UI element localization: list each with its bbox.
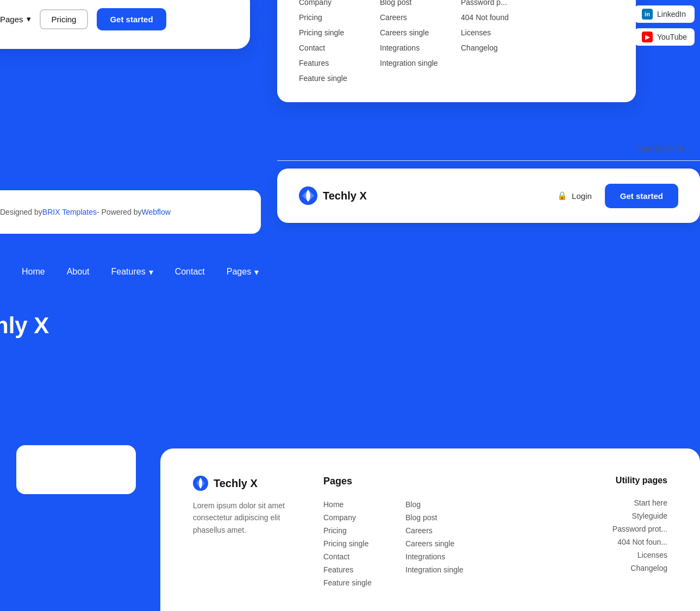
menu-col-1: Company Pricing Pricing single Contact F…: [299, 0, 371, 86]
footer-utility: Utility pages Start here Styleguide Pass…: [580, 476, 667, 589]
footer-logo: Techly X: [193, 476, 302, 491]
nav-features-label: Features: [111, 267, 146, 277]
footer-link-home[interactable]: Home: [323, 498, 395, 511]
blue-nav-bar: Home About Features ▾ Contact Pages ▾: [0, 250, 700, 294]
copyright-text: Copyright © Te...: [636, 144, 689, 152]
footer-link-blog-post[interactable]: Blog post: [405, 511, 477, 524]
menu-item-blog-post[interactable]: Blog post: [380, 0, 452, 10]
get-started-button-top[interactable]: Get started: [97, 8, 166, 30]
utility-link-404[interactable]: 404 Not foun...: [580, 535, 667, 548]
utility-link-styleguide[interactable]: Styleguide: [580, 509, 667, 522]
top-nav-card: Pages ▾ Pricing Get started: [0, 0, 250, 49]
menu-item-feature-single[interactable]: Feature single: [299, 71, 371, 86]
bottom-left-small-card: [16, 445, 136, 494]
linkedin-link[interactable]: in LinkedIn: [634, 5, 695, 23]
footer-card: Techly X Lorem ipsum dolor sit amet cons…: [160, 448, 700, 611]
chevron-down-icon: ▾: [27, 14, 31, 24]
footer-link-feature-single[interactable]: Feature single: [323, 576, 395, 589]
menu-col-4: [542, 0, 614, 86]
designed-by-card: Designed by BRIX Templates - Powered by …: [0, 190, 261, 234]
linkedin-label: LinkedIn: [657, 10, 686, 18]
menu-item-404[interactable]: 404 Not found: [461, 10, 533, 25]
brix-templates-link[interactable]: BRIX Templates: [42, 208, 97, 216]
lock-icon: 🔒: [557, 191, 567, 201]
footer-cols: Home Company Pricing Pricing single Cont…: [323, 498, 559, 589]
techly-logo-icon: [299, 186, 317, 205]
footer-link-features[interactable]: Features: [323, 563, 395, 576]
pages-label: Pages: [0, 15, 23, 24]
footer-link-pricing-single[interactable]: Pricing single: [323, 537, 395, 550]
menu-item-integration-single[interactable]: Integration single: [380, 55, 452, 71]
menu-item-careers[interactable]: Careers: [380, 10, 452, 25]
footer-description: Lorem ipsum dolor sit amet consectetur a…: [193, 500, 302, 536]
pages-dropdown[interactable]: Pages ▾: [0, 14, 31, 24]
footer-link-careers[interactable]: Careers: [405, 524, 477, 537]
footer-link-contact[interactable]: Contact: [323, 550, 395, 563]
footer-col-1: Home Company Pricing Pricing single Cont…: [323, 498, 395, 589]
pricing-button[interactable]: Pricing: [40, 9, 89, 29]
social-links: in LinkedIn ▶ YouTube: [634, 5, 695, 46]
mid-nav-logo: Techly X: [299, 186, 367, 205]
nav-item-features[interactable]: Features ▾: [111, 267, 153, 277]
menu-item-password[interactable]: Password p...: [461, 0, 533, 10]
youtube-label: YouTube: [657, 33, 687, 41]
utility-link-password-prot[interactable]: Password prot...: [580, 522, 667, 535]
footer-pages: Pages Home Company Pricing Pricing singl…: [323, 476, 559, 589]
footer-left: Techly X Lorem ipsum dolor sit amet cons…: [193, 476, 302, 589]
footer-link-blog[interactable]: Blog: [405, 498, 477, 511]
youtube-link[interactable]: ▶ YouTube: [634, 28, 695, 46]
footer-link-integration-single[interactable]: Integration single: [405, 563, 477, 576]
utility-link-start-here[interactable]: Start here: [580, 496, 667, 509]
nav-item-pages[interactable]: Pages ▾: [227, 267, 259, 277]
footer-logo-icon: [193, 476, 208, 491]
login-label: Login: [572, 191, 592, 201]
nav-item-about[interactable]: About: [67, 267, 90, 277]
powered-by-text: - Powered by: [97, 208, 141, 216]
footer-link-pricing[interactable]: Pricing: [323, 524, 395, 537]
divider-line: [277, 160, 700, 161]
menu-item-careers-single[interactable]: Careers single: [380, 25, 452, 40]
menu-col-3: Password p... 404 Not found Licenses Cha…: [461, 0, 533, 86]
footer-link-careers-single[interactable]: Careers single: [405, 537, 477, 550]
mid-nav-right: 🔒 Login Get started: [557, 184, 678, 208]
dropdown-menu-card: Company Pricing Pricing single Contact F…: [277, 0, 636, 102]
menu-item-integrations[interactable]: Integrations: [380, 40, 452, 55]
menu-item-contact[interactable]: Contact: [299, 40, 371, 55]
menu-item-licenses[interactable]: Licenses: [461, 25, 533, 40]
brand-name-mid: Techly X: [323, 190, 367, 202]
footer-pages-title: Pages: [323, 476, 559, 487]
footer-col-2: Blog Blog post Careers Careers single In…: [405, 498, 477, 589]
footer-utility-title: Utility pages: [580, 476, 667, 485]
utility-link-licenses[interactable]: Licenses: [580, 548, 667, 562]
chevron-pages-icon: ▾: [254, 267, 259, 277]
designed-by-text: Designed by: [0, 208, 42, 216]
get-started-button-mid[interactable]: Get started: [605, 184, 678, 208]
footer-col-3: [488, 498, 559, 589]
menu-item-company[interactable]: Company: [299, 0, 371, 10]
nav-contact-label: Contact: [175, 267, 205, 277]
nav-item-contact[interactable]: Contact: [175, 267, 205, 277]
menu-item-pricing-single[interactable]: Pricing single: [299, 25, 371, 40]
mid-nav-card: Techly X 🔒 Login Get started: [277, 169, 700, 223]
footer-brand-name: Techly X: [214, 477, 258, 490]
footer-link-company[interactable]: Company: [323, 511, 395, 524]
brand-text-left: hly X: [0, 313, 49, 339]
nav-home-label: Home: [22, 267, 45, 277]
webflow-link[interactable]: Webflow: [141, 208, 170, 216]
chevron-features-icon: ▾: [149, 267, 153, 277]
menu-col-2: Blog post Careers Careers single Integra…: [380, 0, 452, 86]
youtube-icon: ▶: [642, 32, 653, 42]
utility-link-changelog[interactable]: Changelog: [580, 562, 667, 575]
login-button[interactable]: 🔒 Login: [557, 191, 592, 201]
linkedin-icon: in: [642, 9, 653, 20]
menu-item-features[interactable]: Features: [299, 55, 371, 71]
footer-link-integrations[interactable]: Integrations: [405, 550, 477, 563]
nav-about-label: About: [67, 267, 90, 277]
menu-item-changelog[interactable]: Changelog: [461, 40, 533, 55]
nav-pages-label: Pages: [227, 267, 251, 277]
nav-item-home[interactable]: Home: [22, 267, 45, 277]
menu-item-pricing[interactable]: Pricing: [299, 10, 371, 25]
